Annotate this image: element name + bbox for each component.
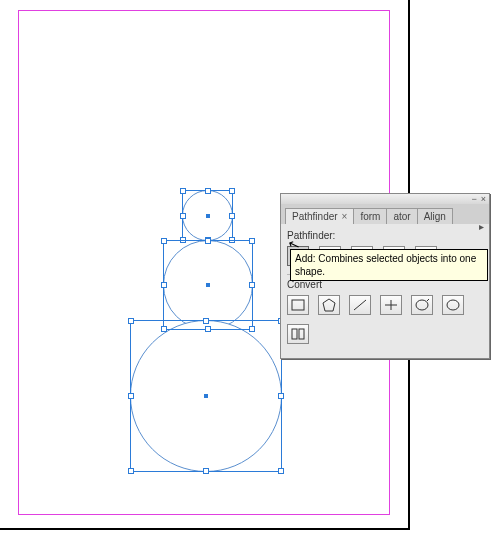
selection-frame[interactable] [182,190,233,241]
ellipse-alt-icon[interactable] [411,295,433,315]
pathfinder-label: Pathfinder: [287,230,483,241]
plus-shape-icon[interactable] [380,295,402,315]
selection-frame[interactable] [130,320,282,472]
tab-transform[interactable]: form [353,208,387,224]
rect-shape-icon[interactable] [287,295,309,315]
tab-align[interactable]: Align [417,208,453,224]
close-icon[interactable]: × [481,194,486,204]
ellipse-shape-icon[interactable] [442,295,464,315]
svg-rect-19 [292,329,297,339]
tab-navigator[interactable]: ator [386,208,417,224]
svg-point-16 [416,300,428,310]
svg-line-17 [427,299,429,301]
svg-rect-20 [299,329,304,339]
svg-rect-11 [292,300,304,310]
minimize-icon[interactable]: − [471,194,476,204]
tooltip: Add: Combines selected objects into one … [290,249,488,281]
polygon-shape-icon[interactable] [318,295,340,315]
svg-marker-12 [323,299,335,311]
svg-point-18 [447,300,459,310]
panel-menu-icon[interactable]: ▸ [475,218,487,234]
selection-frame[interactable] [163,240,253,330]
tab-pathfinder[interactable]: Pathfinder [285,208,354,224]
page-shape-icon[interactable] [287,324,309,344]
line-shape-icon[interactable] [349,295,371,315]
panel-tabs: Pathfinder form ator Align [281,204,489,224]
panel-titlebar[interactable]: − × [281,194,489,204]
svg-line-13 [354,300,366,310]
